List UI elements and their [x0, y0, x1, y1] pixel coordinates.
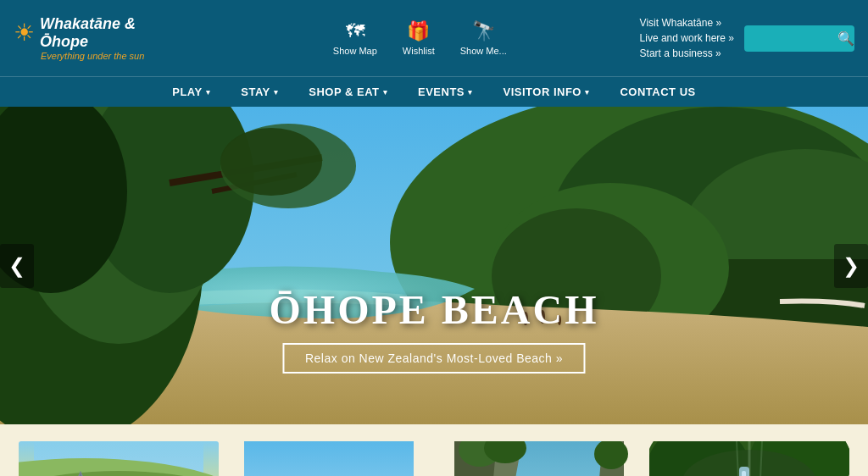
nav-stay[interactable]: STAY ▾	[225, 77, 293, 107]
thumbnail-3[interactable]	[439, 441, 639, 476]
chevron-down-icon: ▾	[206, 88, 211, 97]
chevron-down-icon: ▾	[468, 88, 473, 97]
hero-landscape-svg	[0, 107, 868, 424]
business-link[interactable]: Start a business »	[640, 47, 721, 59]
hero-section: ❮ ❯ ŌHOPE BEACH Relax on New Zealand's M…	[0, 107, 868, 424]
logo[interactable]: ☀ Whakatāne & Ōhope Everything under the…	[14, 15, 183, 61]
show-me-button[interactable]: 🔭 Show Me...	[460, 20, 507, 56]
thumbnail-row	[0, 424, 868, 476]
show-me-label: Show Me...	[460, 46, 507, 56]
hero-content: ŌHOPE BEACH Relax on New Zealand's Most-…	[269, 286, 598, 374]
visit-link[interactable]: Visit Whakatāne »	[640, 17, 722, 29]
site-header: ☀ Whakatāne & Ōhope Everything under the…	[0, 0, 868, 76]
search-input[interactable]	[753, 32, 837, 45]
hero-cta-button[interactable]: Relax on New Zealand's Most-Loved Beach …	[283, 343, 585, 374]
wishlist-button[interactable]: 🎁 Wishlist	[403, 20, 435, 56]
thumbnail-4[interactable]	[649, 441, 849, 476]
wishlist-label: Wishlist	[403, 46, 435, 56]
logo-tagline: Everything under the sun	[41, 51, 144, 61]
map-icon: 🗺	[346, 20, 364, 42]
show-map-button[interactable]: 🗺 Show Map	[333, 20, 377, 56]
svg-rect-69	[742, 471, 746, 476]
chevron-down-icon: ▾	[585, 88, 590, 97]
nav-events[interactable]: EVENTS ▾	[403, 77, 488, 107]
search-bar: 🔍	[744, 25, 854, 52]
thumbnail-2[interactable]	[229, 441, 429, 476]
nav-shop-eat[interactable]: SHOP & EAT ▾	[293, 77, 403, 107]
hero-title: ŌHOPE BEACH	[269, 286, 598, 333]
sun-icon: ☀	[14, 21, 35, 45]
live-work-link[interactable]: Live and work here »	[640, 32, 734, 44]
svg-rect-28	[244, 441, 414, 476]
nav-visitor-info[interactable]: VISITOR INFO ▾	[488, 77, 605, 107]
hero-prev-button[interactable]: ❮	[0, 244, 34, 288]
chevron-down-icon: ▾	[274, 88, 279, 97]
show-map-label: Show Map	[333, 46, 377, 56]
nav-contact-us[interactable]: CONTACT US	[604, 77, 710, 107]
main-nav: PLAY ▾ STAY ▾ SHOP & EAT ▾ EVENTS ▾ VISI…	[0, 76, 868, 107]
svg-point-14	[220, 128, 322, 196]
binoculars-icon: 🔭	[472, 20, 495, 42]
header-icons: 🗺 Show Map 🎁 Wishlist 🔭 Show Me...	[200, 20, 640, 56]
hero-next-button[interactable]: ❯	[834, 244, 868, 288]
thumbnail-1[interactable]	[19, 441, 219, 476]
gift-icon: 🎁	[407, 20, 430, 42]
chevron-down-icon: ▾	[383, 88, 388, 97]
header-quick-links: Visit Whakatāne » Live and work here » S…	[640, 17, 734, 59]
logo-text: Whakatāne & Ōhope	[40, 15, 183, 51]
hero-background	[0, 107, 868, 424]
nav-play[interactable]: PLAY ▾	[157, 77, 225, 107]
search-icon[interactable]: 🔍	[837, 30, 854, 47]
